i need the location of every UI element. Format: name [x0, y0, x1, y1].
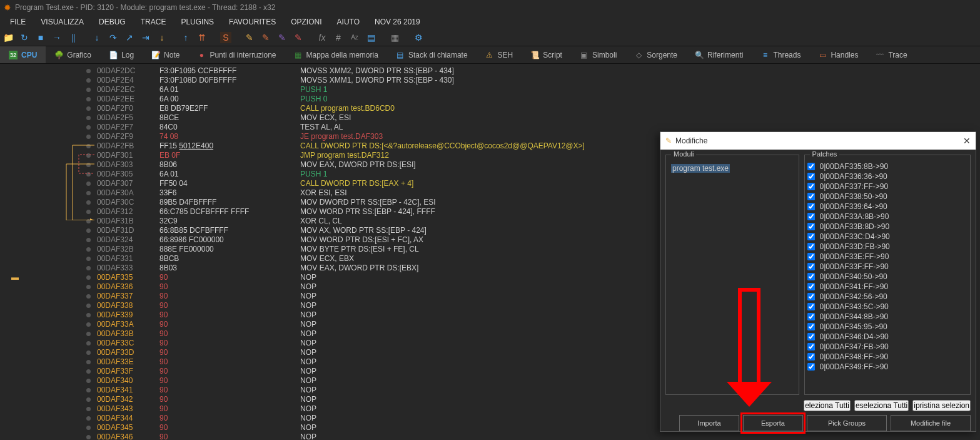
module-icon[interactable]: ▤	[365, 32, 376, 43]
patch-checkbox[interactable]	[807, 193, 815, 200]
patch-checkbox[interactable]	[807, 213, 815, 220]
step-icon[interactable]: ⇥	[140, 32, 151, 43]
tab-mappa-della-memoria[interactable]: ▦Mappa della memoria	[285, 46, 386, 63]
patch-row[interactable]: 0|00DAF348:FF->90	[807, 352, 967, 362]
patch-row[interactable]: 0|00DAF346:D4->90	[807, 332, 967, 342]
tab-cpu[interactable]: 32CPU	[0, 46, 46, 63]
menu-plugins[interactable]: PLUGINS	[173, 16, 221, 28]
patch-checkbox[interactable]	[807, 273, 815, 280]
patch-row[interactable]: 0|00DAF33E:FF->90	[807, 252, 967, 262]
patch-row[interactable]: 0|00DAF337:FF->90	[807, 182, 967, 192]
disasm-row[interactable]: 00DAF2F784C0TEST AL, AL	[0, 123, 980, 132]
patch-checkbox[interactable]	[807, 243, 815, 250]
patch-row[interactable]: 0|00DAF33C:D4->90	[807, 232, 967, 242]
tab-sorgente[interactable]: ◇Sorgente	[625, 46, 686, 63]
patch-row[interactable]: 0|00DAF340:50->90	[807, 272, 967, 282]
patch-checkbox[interactable]	[807, 163, 815, 170]
tab-stack-di-chiamate[interactable]: ▤Stack di chiamate	[387, 46, 477, 63]
patch-row[interactable]: 0|00DAF344:8B->90	[807, 312, 967, 322]
patch-checkbox[interactable]	[807, 263, 815, 270]
close-icon[interactable]: ✕	[963, 136, 971, 146]
patch-row[interactable]: 0|00DAF342:56->90	[807, 292, 967, 302]
tab-script[interactable]: 📜Script	[522, 46, 571, 63]
patch-row[interactable]: 0|00DAF347:FB->90	[807, 342, 967, 352]
calc-icon[interactable]: ▦	[389, 32, 400, 43]
menu-debug[interactable]: DEBUG	[91, 16, 133, 28]
tab-punti-di-interruzione[interactable]: ●Punti di interruzione	[188, 46, 285, 63]
disasm-row[interactable]: 00DAF2EE6A 00PUSH 0	[0, 95, 980, 104]
patch-row[interactable]: 0|00DAF345:95->90	[807, 322, 967, 332]
patch2-icon[interactable]: ✎	[260, 32, 271, 43]
moduli-list[interactable]: program test.exe	[666, 155, 799, 182]
select-all-button[interactable]: eleziona Tutti	[804, 400, 851, 411]
patch-file-button[interactable]: Modifiche file	[891, 415, 971, 431]
patch-row[interactable]: 0|00DAF339:64->90	[807, 202, 967, 212]
hash-icon[interactable]: #	[333, 32, 344, 43]
patch-checkbox[interactable]	[807, 353, 815, 361]
patch-checkbox[interactable]	[807, 203, 815, 210]
pick-groups-button[interactable]: Pick Groups	[807, 415, 887, 431]
patch-checkbox[interactable]	[807, 303, 815, 310]
deselect-all-button[interactable]: eseleziona Tutti	[854, 400, 909, 411]
menu-trace[interactable]: TRACE	[133, 16, 174, 28]
trace-into-icon[interactable]: ↑	[180, 32, 191, 43]
menu-favourites[interactable]: FAVOURITES	[221, 16, 283, 28]
patch-checkbox[interactable]	[807, 313, 815, 320]
patch-row[interactable]: 0|00DAF33A:8B->90	[807, 212, 967, 222]
restore-selection-button[interactable]: ipristina selezion	[912, 400, 971, 411]
disasm-row[interactable]: 00DAF2F58BCEMOV ECX, ESI	[0, 113, 980, 123]
patch-checkbox[interactable]	[807, 293, 815, 300]
tab-note[interactable]: 📝Note	[143, 46, 188, 63]
patch-checkbox[interactable]	[807, 323, 815, 330]
open-icon[interactable]: 📁	[3, 32, 14, 43]
patch-row[interactable]: 0|00DAF33D:FB->90	[807, 242, 967, 252]
tab-simboli[interactable]: ▣Simboli	[571, 46, 625, 63]
module-item[interactable]: program test.exe	[671, 164, 730, 173]
patch-checkbox[interactable]	[807, 233, 815, 240]
patch-row[interactable]: 0|00DAF33F:FF->90	[807, 262, 967, 272]
menu-file[interactable]: FILE	[3, 16, 33, 28]
patch-checkbox[interactable]	[807, 223, 815, 230]
stop-icon[interactable]: ■	[35, 32, 46, 43]
tab-handles[interactable]: ▭Handles	[809, 46, 867, 63]
trace-over-icon[interactable]: ⇈	[196, 32, 208, 43]
menu-opzioni[interactable]: OPZIONI	[283, 16, 329, 28]
export-button[interactable]: Esporta	[743, 415, 803, 431]
patch-checkbox[interactable]	[807, 343, 815, 350]
patch-row[interactable]: 0|00DAF33B:8D->90	[807, 222, 967, 232]
disasm-row[interactable]: 00DAF2DCF3:0F1095 CCFBFFFFMOVSS XMM2, DW…	[0, 66, 980, 76]
patches-list[interactable]: 0|00DAF335:8B->900|00DAF336:36->900|00DA…	[805, 155, 970, 394]
menu-aiuto[interactable]: AIUTO	[330, 16, 367, 28]
patch-checkbox[interactable]	[807, 363, 815, 371]
patch-row[interactable]: 0|00DAF341:FF->90	[807, 282, 967, 292]
tab-grafico[interactable]: 🌳Grafico	[46, 46, 100, 63]
patch4-icon[interactable]: ✎	[293, 32, 304, 43]
scylla-icon[interactable]: S	[220, 32, 231, 43]
disasm-row[interactable]: 00DAF2E4F3:0F108D D0FBFFFFMOVSS XMM1, DW…	[0, 76, 980, 85]
pause-icon[interactable]: ∥	[68, 32, 79, 43]
patch-checkbox[interactable]	[807, 283, 815, 290]
patch1-icon[interactable]: ✎	[244, 32, 255, 43]
disasm-row[interactable]: 00DAF2EC6A 01PUSH 1	[0, 85, 980, 95]
step-over-icon[interactable]: ↷	[108, 32, 119, 43]
patch-row[interactable]: 0|00DAF349:FF->90	[807, 362, 967, 372]
settings-icon[interactable]: ⚙	[413, 32, 424, 43]
patch-row[interactable]: 0|00DAF338:50->90	[807, 192, 967, 202]
tab-seh[interactable]: ⚠SEH	[477, 46, 522, 63]
step-into-icon[interactable]: ↓	[91, 32, 103, 43]
patch-checkbox[interactable]	[807, 253, 815, 260]
run-icon[interactable]: →	[51, 32, 63, 43]
fx-icon[interactable]: fx	[316, 32, 328, 43]
tab-trace[interactable]: 〰Trace	[867, 46, 916, 63]
patch-row[interactable]: 0|00DAF335:8B->90	[807, 161, 967, 171]
disasm-row[interactable]: 00DAF2F0E8 DB79E2FFCALL program test.BD6…	[0, 104, 980, 113]
patch-checkbox[interactable]	[807, 173, 815, 180]
menu-nov 26 2019[interactable]: NOV 26 2019	[367, 16, 428, 28]
step-back-icon[interactable]: ↓	[156, 32, 168, 43]
patch-checkbox[interactable]	[807, 333, 815, 340]
tab-riferimenti[interactable]: 🔍Riferimenti	[686, 46, 752, 63]
patch-row[interactable]: 0|00DAF336:36->90	[807, 171, 967, 182]
tab-log[interactable]: 📄Log	[100, 46, 143, 63]
patch-checkbox[interactable]	[807, 183, 815, 190]
patch3-icon[interactable]: ✎	[276, 32, 288, 43]
